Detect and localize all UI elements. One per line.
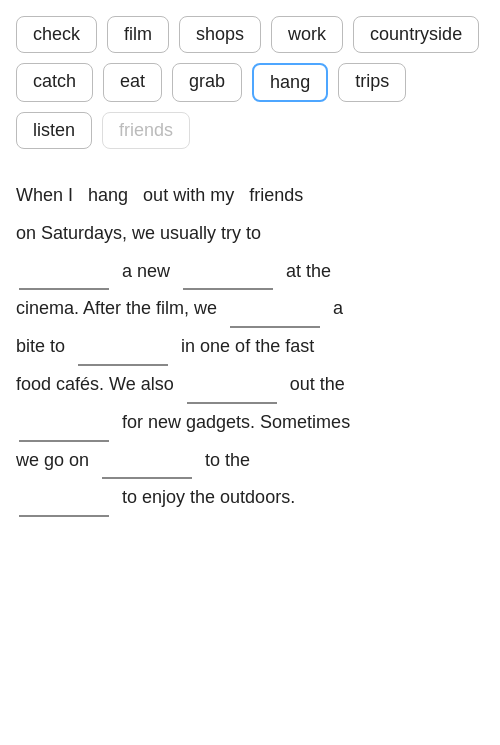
sentence-part8: bite to (16, 336, 65, 356)
word-chip-grab[interactable]: grab (172, 63, 242, 102)
word-chip-listen[interactable]: listen (16, 112, 92, 149)
word-chip-film[interactable]: film (107, 16, 169, 53)
filled-friends: friends (249, 185, 303, 205)
filled-hang: hang (88, 185, 128, 205)
sentence-part14: to the (205, 450, 250, 470)
sentence-part13: we go on (16, 450, 89, 470)
sentence-part3: on Saturdays, we usually try to (16, 223, 261, 243)
sentence-part6: cinema. After the film, we (16, 298, 217, 318)
blank-2[interactable] (183, 268, 273, 290)
sentence-part12: for new gadgets. Sometimes (122, 412, 350, 432)
word-chip-countryside[interactable]: countryside (353, 16, 479, 53)
word-chip-check[interactable]: check (16, 16, 97, 53)
word-chip-friends[interactable]: friends (102, 112, 190, 149)
sentence-part5: at the (286, 261, 331, 281)
blank-1[interactable] (19, 268, 109, 290)
blank-7[interactable] (102, 457, 192, 479)
blank-5[interactable] (187, 382, 277, 404)
blank-8[interactable] (19, 495, 109, 517)
word-bank: check film shops work countryside catch … (16, 16, 484, 149)
sentence-part9: in one of the fast (181, 336, 314, 356)
word-chip-trips[interactable]: trips (338, 63, 406, 102)
word-chip-catch[interactable]: catch (16, 63, 93, 102)
word-chip-eat[interactable]: eat (103, 63, 162, 102)
sentence-part4: a new (122, 261, 170, 281)
sentence-part7: a (333, 298, 343, 318)
sentence-part10: food cafés. We also (16, 374, 174, 394)
sentence-part1: When I (16, 185, 73, 205)
blank-6[interactable] (19, 420, 109, 442)
blank-3[interactable] (230, 306, 320, 328)
sentence-area: When I hang out with my friends on Satur… (16, 177, 484, 517)
word-chip-hang[interactable]: hang (252, 63, 328, 102)
sentence-part11: out the (290, 374, 345, 394)
sentence-part15: to enjoy the outdoors. (122, 487, 295, 507)
sentence-part2: out with my (143, 185, 234, 205)
word-chip-work[interactable]: work (271, 16, 343, 53)
blank-4[interactable] (78, 344, 168, 366)
word-chip-shops[interactable]: shops (179, 16, 261, 53)
